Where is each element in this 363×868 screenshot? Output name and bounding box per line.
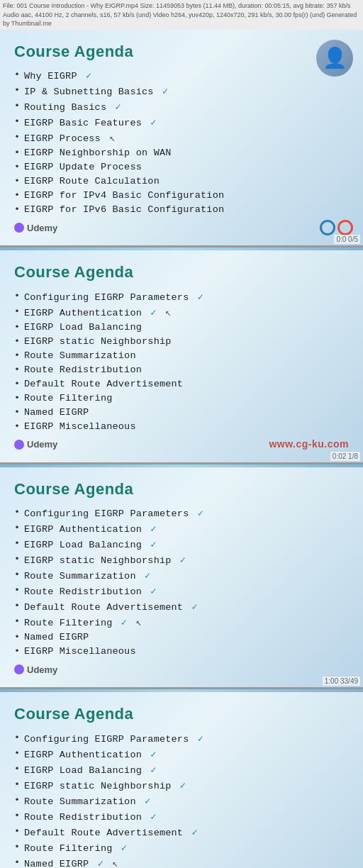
list-item: Named EIGRP [14, 405, 349, 419]
cursor-icon: ↖ [112, 858, 118, 868]
panel-4: Course Agenda Configuring EIGRP Paramete… [0, 692, 363, 868]
logo-circle-blue [320, 220, 335, 235]
check-icon: ✓ [150, 308, 156, 318]
panel-2: Course Agenda Configuring EIGRP Paramete… [0, 250, 363, 464]
panel-2-title: Course Agenda [14, 263, 349, 282]
check-icon: ✓ [150, 540, 156, 550]
check-icon: ✓ [121, 843, 127, 854]
list-item: EIGRP Authentication ✓ ↖ [14, 304, 349, 320]
list-item: Route Summarization ✓ [14, 793, 349, 808]
udemy-label: Udemy [27, 223, 57, 233]
list-item: Configuring EIGRP Parameters ✓ [14, 506, 349, 521]
list-item: EIGRP Authentication ✓ [14, 521, 349, 537]
list-item: Route Summarization ✓ [14, 568, 349, 584]
check-icon: ✓ [180, 781, 186, 791]
udemy-label-3: Udemy [27, 664, 57, 675]
list-item: Route Filtering ✓ [14, 840, 349, 855]
check-icon: ✓ [150, 765, 156, 776]
udemy-label-2: Udemy [27, 439, 57, 450]
list-item: EIGRP static Neighborship ✓ [14, 777, 349, 793]
panel-3-timestamp: 1:00 33/49 [323, 677, 360, 686]
logo-icons [320, 220, 353, 235]
panel-3: Course Agenda Configuring EIGRP Paramete… [0, 467, 363, 690]
panel-1-timestamp: 0:0 0/5 [334, 235, 360, 244]
list-item: EIGRP Miscellaneous [14, 419, 349, 433]
list-item: Route Redistribution ✓ [14, 808, 349, 824]
list-item: Route Filtering [14, 391, 349, 405]
udemy-logo: Udemy [14, 223, 57, 233]
list-item: EIGRP Authentication ✓ [14, 746, 349, 762]
check-icon: ✓ [145, 796, 150, 807]
check-icon: ✓ [150, 524, 156, 535]
udemy-logo-2: Udemy [14, 439, 57, 450]
list-item: EIGRP for IPv4 Basic Configuration [14, 189, 349, 203]
logo-circle-red [337, 220, 353, 235]
check-icon: ✓ [191, 828, 197, 838]
list-item: EIGRP Neighborship on WAN [14, 146, 349, 160]
list-item: Named EIGRP ✓ ↖ [14, 855, 349, 868]
check-icon: ✓ [150, 586, 156, 597]
list-item: Routing Basics ✓ [14, 99, 349, 115]
check-icon: ✓ [180, 555, 186, 566]
list-item: EIGRP Route Calculation [14, 174, 349, 189]
cursor-icon: ↖ [135, 617, 142, 628]
list-item: Why EIGRP ✓ [14, 68, 349, 84]
panel-4-title: Course Agenda [14, 705, 349, 723]
list-item: Configuring EIGRP Parameters ✓ [14, 730, 349, 746]
panel-1-title: Course Agenda [14, 43, 349, 61]
list-item: EIGRP Update Process [14, 160, 349, 174]
udemy-logo-3: Udemy [14, 664, 57, 675]
list-item: Default Route Advertisement ✓ [14, 599, 349, 615]
cursor-icon: ↖ [165, 307, 172, 318]
list-item: EIGRP Basic Features ✓ [14, 115, 349, 130]
check-icon: ✓ [150, 750, 156, 760]
check-icon: ✓ [198, 508, 203, 519]
panel-3-list: Configuring EIGRP Parameters ✓ EIGRP Aut… [14, 506, 349, 659]
list-item: Route Redistribution [14, 362, 349, 377]
watermark: www.cg-ku.com [269, 438, 349, 450]
check-icon: ✓ [121, 618, 127, 628]
list-item: Configuring EIGRP Parameters ✓ [14, 289, 349, 304]
check-icon: ✓ [191, 602, 197, 613]
panel-2-timestamp: 0:02 1/8 [330, 452, 360, 461]
list-item: EIGRP for IPv6 Basic Configuration [14, 203, 349, 217]
check-icon: ✓ [150, 812, 156, 823]
list-item: Route Redistribution ✓ [14, 584, 349, 599]
check-icon: ✓ [98, 859, 104, 868]
check-icon: ✓ [162, 87, 168, 97]
list-item: Named EIGRP [14, 630, 349, 645]
check-icon: ✓ [145, 571, 150, 582]
panel-2-list: Configuring EIGRP Parameters ✓ EIGRP Aut… [14, 289, 349, 433]
list-item: Default Route Advertisement ✓ [14, 824, 349, 840]
panel-1: Course Agenda 👤 Why EIGRP ✓ IP & Subnett… [0, 30, 363, 248]
list-item: IP & Subnetting Basics ✓ [14, 84, 349, 99]
list-item: EIGRP static Neighborship [14, 334, 349, 348]
check-icon: ✓ [86, 71, 91, 82]
check-icon: ✓ [198, 292, 203, 303]
list-item: EIGRP Miscellaneous [14, 645, 349, 659]
avatar-face-icon: 👤 [323, 46, 347, 69]
panel-3-title: Course Agenda [14, 480, 349, 499]
list-item: EIGRP Load Balancing [14, 320, 349, 334]
list-item: EIGRP static Neighborship ✓ [14, 552, 349, 568]
file-info-bar: File: 001 Course Introduction - Why EIGR… [0, 0, 363, 30]
list-item: EIGRP Process ↖ [14, 130, 349, 146]
list-item: Route Filtering ✓ ↖ [14, 615, 349, 630]
list-item: Route Summarization [14, 348, 349, 362]
cursor-icon: ↖ [109, 133, 116, 144]
list-item: EIGRP Load Balancing ✓ [14, 762, 349, 777]
list-item: EIGRP Load Balancing ✓ [14, 537, 349, 552]
check-icon: ✓ [198, 734, 203, 745]
check-icon: ✓ [150, 118, 156, 128]
list-item: Default Route Advertisement [14, 377, 349, 391]
check-icon: ✓ [116, 102, 121, 113]
panel-1-list: Why EIGRP ✓ IP & Subnetting Basics ✓ Rou… [14, 68, 349, 217]
panel-4-list: Configuring EIGRP Parameters ✓ EIGRP Aut… [14, 730, 349, 868]
